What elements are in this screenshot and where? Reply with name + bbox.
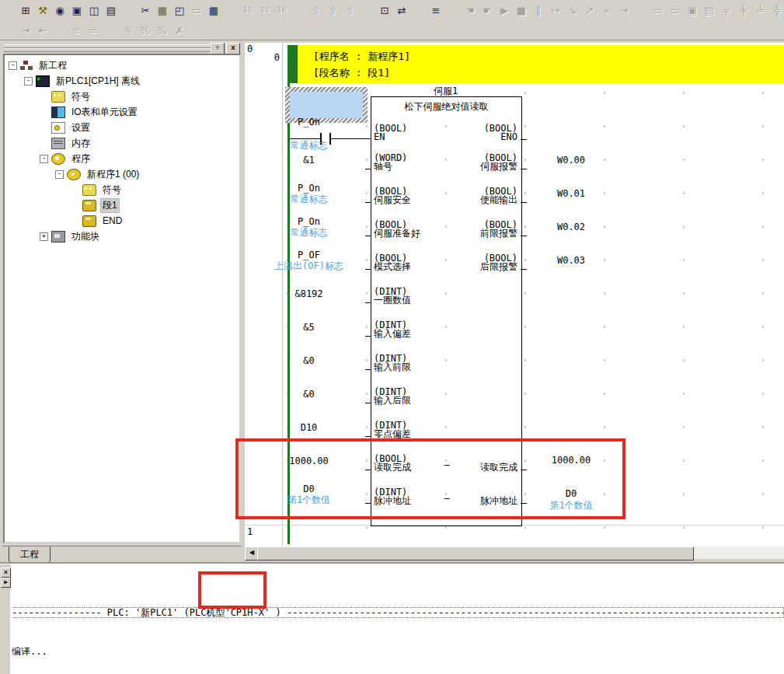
fb-input-operand[interactable]: D10 (253, 422, 365, 433)
properties-icon[interactable]: ▤ (103, 2, 120, 19)
tree-item-programs[interactable]: - 程序 (5, 151, 239, 166)
fb-input-operand[interactable]: P_On (253, 216, 365, 227)
tree-item-symbols[interactable]: 符号 (5, 89, 239, 104)
grid-t2-icon[interactable]: ╪ (735, 2, 752, 19)
tree-item-section1[interactable]: 段1 (5, 197, 239, 213)
rung-annotation-icon[interactable]: ≔ (85, 22, 103, 39)
tree-expander[interactable]: - (55, 170, 64, 179)
monitor-hex-icon[interactable]: 16 (274, 2, 291, 19)
tile-windows-icon[interactable]: ◫ (85, 2, 103, 19)
tree-expander[interactable]: + (40, 232, 48, 241)
fb-input-pin-stub (365, 236, 371, 236)
verify-with-plc-icon[interactable]: ⇧ (342, 2, 359, 19)
section-list-icon[interactable]: ◰ (171, 2, 188, 19)
fb-output-operand[interactable]: W0.00 (528, 155, 614, 166)
fb-input-operand[interactable]: &8192 (253, 288, 365, 299)
pane-grip[interactable] (4, 48, 211, 52)
transfer-from-plc-icon[interactable]: ⇧ (325, 2, 342, 19)
tree-item-io-table[interactable]: IO表和单元设置 (5, 104, 239, 120)
io-comment-icon[interactable]: ▦ (205, 2, 222, 19)
rung-comment-banner[interactable]: [程序名 : 新程序1] [段名称 : 段1] (287, 45, 784, 83)
preview-window-icon[interactable]: ◉ (51, 2, 68, 19)
banner-green-stripe (287, 45, 298, 83)
run-icon[interactable]: ▶ (496, 2, 513, 19)
work-online-icon[interactable]: ⊡ (376, 2, 393, 19)
local-symbol-table-icon[interactable]: ▦ (154, 2, 171, 19)
scrollbar-thumb[interactable] (257, 547, 694, 561)
step-out-icon[interactable]: ↗ (581, 2, 598, 19)
monitor-box3-icon[interactable]: ▣ (684, 2, 701, 19)
indent-decrease-icon[interactable]: ⇤ (34, 22, 51, 39)
cascade-windows-icon[interactable]: ▣ (68, 2, 85, 19)
compile-icon[interactable]: ⚒ (34, 2, 51, 19)
grid-t3-icon[interactable]: ╧ (752, 2, 769, 19)
monitor-box1-icon[interactable]: ▭ (650, 2, 667, 19)
resume-monitor-icon[interactable]: ☛ (479, 2, 496, 19)
monitor-box2-icon[interactable]: ▭ (667, 2, 684, 19)
fb-input-operand[interactable]: P_On (253, 117, 365, 127)
tree-pane-header: ▾ x (2, 42, 242, 53)
grid-t1-icon[interactable]: ╤ (718, 2, 735, 19)
force-off-icon[interactable]: % (154, 22, 171, 39)
tree-item-project[interactable]: - 新工程 (5, 58, 239, 73)
monitor-decimal-icon[interactable]: 10 (239, 2, 256, 19)
tree-item-icon (36, 75, 50, 87)
continuous-step-icon[interactable]: » (598, 2, 615, 19)
tree-item-settings[interactable]: 设置 (5, 120, 239, 135)
fb-output-operand[interactable]: W0.03 (528, 255, 614, 266)
fb-output-pin-stub (521, 139, 527, 140)
tree-item-memory[interactable]: 内存 (5, 135, 239, 151)
ladder-hscrollbar[interactable]: ◀ (245, 547, 784, 559)
work-online-simulator-icon[interactable]: ⇄ (393, 2, 410, 19)
cross-reference-icon[interactable]: ✂ (137, 2, 154, 19)
compare-program-icon[interactable]: ≡ (427, 2, 444, 19)
output-close-button[interactable]: x (1, 567, 11, 578)
indent-increase-icon[interactable]: ⇥ (17, 22, 34, 39)
fb-input-operand-comment: 常通标志 (249, 193, 369, 206)
fb-input-operand[interactable]: &5 (253, 322, 365, 333)
tree-item-program1[interactable]: - 新程序1 (00) (5, 166, 239, 182)
output-expand-button[interactable]: ▸ (1, 578, 11, 588)
fb-output-pin-name: ENO (500, 131, 517, 142)
tree-expander[interactable]: - (24, 77, 33, 86)
tree-item-icon (82, 215, 96, 227)
monitor-signed-decimal-icon[interactable]: 10 (256, 2, 274, 19)
force-cancel-icon[interactable]: ✗ (171, 22, 188, 39)
tab-project[interactable]: 工程 (9, 547, 51, 564)
grid-t4-icon[interactable]: ╬ (769, 2, 784, 19)
monitor-box4-icon[interactable]: ▤ (701, 2, 718, 19)
compile-output-line[interactable]: ---------------- PLC: '新PLC1' (PLC机型'CP1… (12, 607, 784, 618)
dialog-icon[interactable]: ▭ (188, 2, 205, 19)
compile-output-line[interactable]: 编译... (12, 647, 784, 656)
pause-monitor-icon[interactable]: ☚ (462, 2, 479, 19)
tree-item-label: 程序 (69, 152, 92, 166)
transfer-to-plc-icon[interactable]: ⇧ (308, 2, 325, 19)
scan-run-icon[interactable]: ⇥ (615, 2, 632, 19)
tree-item-icon (82, 200, 96, 211)
project-tree-pane: ▾ x - 新工程 - 新PLC1[CP1H] 离线 (2, 42, 242, 545)
differential-monitor-icon[interactable]: ✎ (120, 22, 137, 39)
fb-input-operand[interactable]: P_OF (253, 250, 365, 260)
tree-item-program1-symbols[interactable]: 符号 (5, 182, 239, 197)
step-in-icon[interactable]: ↘ (564, 2, 581, 19)
fb-input-operand[interactable]: P_On (253, 183, 365, 194)
fb-output-operand[interactable]: W0.01 (528, 188, 614, 199)
tree-expander[interactable]: - (9, 61, 17, 70)
fb-input-operand[interactable]: &0 (253, 355, 365, 366)
tree-item-plc[interactable]: - 新PLC1[CP1H] 离线 (5, 73, 239, 89)
pane-close-button[interactable]: x (226, 43, 240, 54)
force-on-icon[interactable]: % (137, 22, 154, 39)
step-run-icon[interactable]: ↦ (547, 2, 564, 19)
tree-item-function-blocks[interactable]: + 功能块 (5, 229, 239, 244)
pause-icon[interactable]: ‖ (530, 2, 547, 19)
window-switch-icon[interactable]: ⊞ (17, 2, 34, 19)
fb-input-operand[interactable]: &0 (253, 389, 365, 400)
pane-dropdown-button[interactable]: ▾ (211, 43, 225, 54)
fb-input-pin-name: 轴号 (374, 160, 392, 173)
fb-input-operand[interactable]: &1 (253, 155, 365, 166)
stop-icon[interactable]: ■ (513, 2, 530, 19)
tree-item-end[interactable]: END (5, 213, 239, 229)
fb-output-operand[interactable]: W0.02 (528, 222, 614, 232)
tree-expander[interactable]: - (40, 155, 48, 163)
rung-comment-icon[interactable]: ≡ (68, 22, 85, 39)
